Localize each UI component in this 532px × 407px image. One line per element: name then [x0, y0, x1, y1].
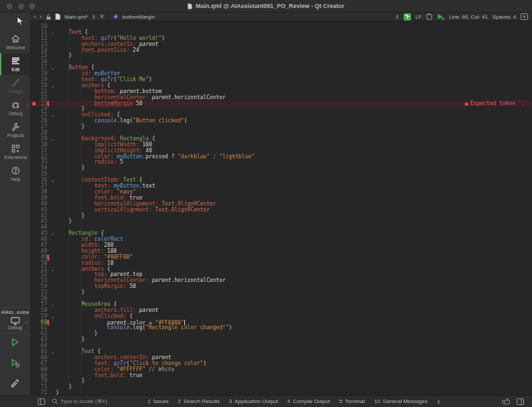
window-title: Main.qml @ AIAssistant091_PO_Review - Qt…	[196, 3, 344, 9]
fold-marker-icon[interactable]: ⌄	[49, 267, 56, 273]
cursor-position-indicator[interactable]: Line: 60, Col: 41	[449, 14, 487, 20]
pane-stepper[interactable]: ▲▼	[437, 399, 440, 404]
fold-marker-icon[interactable]: ⌄	[49, 112, 56, 118]
help-icon	[11, 166, 21, 176]
symbol-stepper[interactable]: ▲▼	[396, 14, 399, 19]
code-line-26[interactable]: 26 console.log("Button clicked")	[30, 118, 532, 124]
back-button[interactable]: ‹	[34, 13, 36, 20]
code-line-14[interactable]: 14 font.pointSize: 24	[30, 48, 532, 54]
pane-button-terminal[interactable]: 5Terminal	[339, 398, 365, 404]
symbol-dropdown[interactable]: bottomMargin	[122, 14, 155, 20]
search-icon	[52, 398, 58, 404]
sidebar-item-projects[interactable]: Projects	[0, 119, 30, 141]
code-line-70[interactable]: 70 }	[30, 378, 532, 384]
sidebar-item-design[interactable]: Design	[0, 75, 30, 97]
build-button[interactable]	[10, 374, 20, 395]
toggle-left-sidebar-icon[interactable]	[38, 398, 45, 405]
kit-label: Debug	[8, 325, 22, 330]
code-area: 1011⌄ Text {12 text: qsTr("Hello world!"…	[30, 24, 532, 395]
locator-field[interactable]: Type to locate (⌘K)	[52, 398, 132, 404]
home-icon	[11, 34, 21, 44]
fold-marker-icon[interactable]: ⌄	[49, 83, 56, 89]
analyze-run-icon[interactable]	[437, 13, 444, 20]
fold-marker-icon[interactable]: ⌄	[49, 349, 56, 355]
code-line-33[interactable]: 33 radius: 5	[30, 160, 532, 166]
fold-marker-icon[interactable]: ⌄	[49, 302, 56, 308]
titlebar: Main.qml @ AIAssistant091_PO_Review - Qt…	[0, 0, 532, 13]
split-editor-icon[interactable]	[521, 13, 528, 20]
fold-marker-icon[interactable]: ⌄	[49, 178, 56, 184]
close-document-button[interactable]: ✕	[100, 13, 105, 20]
traffic-light-minimize-button[interactable]	[18, 3, 24, 9]
extensions-icon	[11, 144, 21, 154]
code-line-41[interactable]: 41 verticalAlignment: Text.AlignVCenter	[30, 207, 532, 213]
code-line-69[interactable]: 69 font.bold: true	[30, 373, 532, 379]
code-line-71[interactable]: 71 }	[30, 384, 532, 390]
code-line-43[interactable]: 43 }	[30, 219, 532, 225]
error-annotation: Expected token `:'	[465, 101, 528, 107]
traffic-light-close-button[interactable]	[7, 3, 13, 9]
kit-flyout-arrow-icon: ›	[26, 320, 28, 326]
notification-popup-icon[interactable]	[502, 398, 510, 404]
forward-button[interactable]: ›	[40, 13, 42, 20]
qt-creator-window: Main.qml @ AIAssistant091_PO_Review - Qt…	[0, 0, 532, 407]
fold-marker-icon[interactable]: ⌄	[49, 136, 56, 142]
code-line-62[interactable]: 62 }	[30, 331, 532, 337]
code-line-61[interactable]: 61 console.log("Rectangle color changed!…	[30, 325, 532, 331]
editor-toolbar: ‹ › Main.qml* ▲▼ ✕ bottomMargin ▲▼ LF	[30, 13, 532, 21]
code-line-64[interactable]: 64	[30, 343, 532, 349]
code-editor[interactable]: 1011⌄ Text {12 text: qsTr("Hello world!"…	[30, 21, 532, 395]
run-play-icon	[10, 337, 20, 347]
code-line-42[interactable]: 42 }	[30, 213, 532, 219]
fold-marker-icon[interactable]: ⌄	[49, 30, 56, 36]
debug-play-icon	[10, 358, 20, 368]
sidebar-item-welcome[interactable]: Welcome	[0, 31, 30, 53]
file-icon	[55, 13, 61, 20]
build-run-panel: AIAss...eview Debug ›	[0, 307, 30, 395]
pane-button-issues[interactable]: 1Issues	[148, 398, 169, 404]
pane-button-application-output[interactable]: 3Application Output	[229, 398, 278, 404]
traffic-light-zoom-button[interactable]	[29, 3, 35, 9]
sidebar-item-help[interactable]: Help	[0, 163, 30, 185]
lock-icon	[46, 14, 51, 20]
indentation-indicator[interactable]: Spaces: 4	[492, 14, 516, 20]
bug-icon	[11, 100, 21, 110]
code-line-34[interactable]: 34 }	[30, 166, 532, 172]
fold-marker-icon[interactable]: ⌄	[49, 314, 56, 320]
code-line-54[interactable]: 54 topMargin: 50	[30, 284, 532, 290]
pane-button-general-messages[interactable]: 10General Messages	[374, 398, 428, 404]
kit-selector[interactable]: Debug ›	[0, 315, 30, 333]
sidebar-item-edit[interactable]: Edit	[0, 53, 30, 75]
desktop-kit-icon	[10, 317, 21, 325]
brush-icon	[11, 78, 21, 88]
run-button[interactable]	[10, 333, 20, 354]
line-ending-selector[interactable]: LF	[416, 14, 422, 20]
code-line-16[interactable]: 16	[30, 59, 532, 65]
code-line-72[interactable]: 72}	[30, 390, 532, 395]
mouse-cursor-icon	[16, 16, 24, 27]
code-line-44[interactable]: 44	[30, 225, 532, 231]
statusbar: Type to locate (⌘K) 1Issues 2Search Resu…	[0, 395, 532, 407]
fold-marker-icon[interactable]: ⌄	[49, 65, 56, 71]
code-line-23[interactable]: 23 bottomMargin 50Expected token `:'	[30, 101, 532, 107]
active-project-label: AIAss...eview	[1, 310, 29, 315]
code-model-status-icon[interactable]	[404, 13, 411, 21]
sidebar-item-debug[interactable]: Debug ›	[0, 97, 30, 119]
code-line-10[interactable]: 10	[30, 24, 532, 30]
code-line-63[interactable]: 63 }	[30, 337, 532, 343]
open-file-tab[interactable]: Main.qml*	[65, 14, 88, 20]
sidebar-item-extensions[interactable]: Extensions	[0, 141, 30, 163]
symbol-diamond-icon	[113, 14, 118, 19]
wrench-icon	[11, 122, 21, 132]
fold-marker-icon[interactable]: ⌄	[49, 231, 56, 237]
pane-button-search-results[interactable]: 2Search Results	[178, 398, 220, 404]
code-line-55[interactable]: 55 }	[30, 290, 532, 296]
clipboard-icon[interactable]	[426, 13, 432, 20]
toggle-right-sidebar-icon[interactable]	[517, 398, 524, 405]
code-line-27[interactable]: 27 }	[30, 124, 532, 130]
debug-flyout-arrow-icon[interactable]: ›	[27, 102, 29, 108]
pane-button-compile-output[interactable]: 4Compile Output	[287, 398, 330, 404]
file-stepper[interactable]: ▲▼	[92, 14, 96, 19]
code-line-15[interactable]: 15 }	[30, 53, 532, 59]
debug-run-button[interactable]	[10, 354, 20, 374]
